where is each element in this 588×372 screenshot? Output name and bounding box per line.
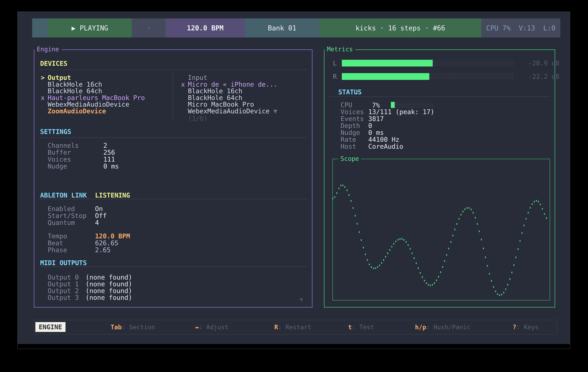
input-device-list-header[interactable]: Input [181,74,207,81]
status-row: Rate44100 Hz [341,136,399,143]
setting-row[interactable]: Nudge0 ms [48,163,119,170]
link-setting-row[interactable]: Quantum4 [48,219,99,226]
midi-output-row[interactable]: Output 2(none found) [48,287,132,294]
link-setting-row[interactable]: Start/StopOff [48,212,107,219]
hint-keys[interactable]: ?Keys [513,320,539,334]
output-device-item-highlighted[interactable]: ZoomAudioDevice [41,108,106,115]
meter-track [342,60,514,67]
section-divider [39,266,308,267]
hint-test[interactable]: tTest [348,320,374,334]
device-columns-divider [173,73,173,122]
input-device-item-active[interactable]: xMicro de « iPhone de... [181,81,277,88]
cpu-stats-label: CPU 7% V:13 L:0 [486,24,556,32]
panel-scroll-down-icon[interactable]: ▼ [300,296,303,303]
bank-label: Bank 01 [268,24,296,32]
ableton-link-section-header: ABLETON LINK [40,191,87,199]
hint-restart[interactable]: RRestart [274,320,311,334]
playing-label: ▶ PLAYING [72,24,108,32]
pattern-label: kicks · 16 steps · #66 [356,24,445,32]
section-divider [39,138,308,138]
link-beat-row: Beat626.65 [48,240,118,247]
cpu-meter-fill [391,102,395,108]
input-column-title: Input [188,74,207,81]
cpu-label: CPU [341,101,352,109]
meter-db-value: -20.9 dB [515,60,559,67]
level-meter-left: L -20.9 dB [333,60,514,67]
cpu-meter-track [391,102,434,108]
scope-display: Scope [332,159,550,301]
midi-output-row[interactable]: Output 3(none found) [48,294,132,301]
topbar-gap-segment [132,19,166,38]
output-device-list-header[interactable]: >Output [41,74,71,81]
input-device-item[interactable]: WebexMediaAudioDevice ▼ [181,108,277,115]
transport-playing-segment[interactable]: ▶ PLAYING [48,19,132,38]
hint-section[interactable]: TabSection [111,320,155,334]
setting-row[interactable]: Buffer256 [48,149,115,156]
input-device-item[interactable]: Micro MacBook Pro [181,101,254,108]
status-row: Voices13/111 (peak: 17) [341,109,434,115]
active-device-marker: x [41,94,48,101]
output-column-title: Output [48,74,71,81]
output-device-item[interactable]: WebexMediaAudioDevice [41,101,129,108]
hint-hush-panic[interactable]: h/pHush/Panic [415,320,471,334]
level-meter-right: R -22.2 dB [333,73,514,80]
input-device-item[interactable]: BlackHole 64ch [181,94,242,101]
app-window: ▶ PLAYING 120.0 BPM Bank 01 kicks · 16 s… [17,11,570,349]
terminal-background: ▶ PLAYING 120.0 BPM Bank 01 kicks · 16 s… [18,12,570,344]
status-row: Events3817 [341,115,384,122]
output-device-item[interactable]: BlackHole 16ch [41,81,102,88]
input-device-item[interactable]: BlackHole 16ch [181,88,242,95]
output-device-item[interactable]: BlackHole 64ch [41,88,102,95]
link-setting-row[interactable]: EnabledOn [48,205,103,212]
pattern-segment[interactable]: kicks · 16 steps · #66 [319,19,481,38]
meter-fill [342,60,433,67]
devices-section-header: DEVICES [40,60,67,67]
meter-fill [342,73,429,80]
setting-row[interactable]: Voices111 [48,156,115,163]
midi-output-row[interactable]: Output 0(none found) [48,274,132,281]
settings-section-header: SETTINGS [40,128,71,135]
midi-output-row[interactable]: Output 1(none found) [48,281,132,288]
cursor-marker: > [41,74,48,81]
setting-row[interactable]: Channels2 [48,142,107,149]
bank-segment[interactable]: Bank 01 [245,19,319,38]
link-tempo-row[interactable]: Tempo120.0 BPM [48,233,130,240]
output-device-item-active[interactable]: xHaut-parleurs MacBook Pro [41,94,145,101]
midi-outputs-section-header: MIDI OUTPUTS [40,259,87,267]
scope-waveform [333,159,550,300]
topbar-spacer-segment [32,19,48,38]
meter-channel-label: L [333,60,342,67]
link-phase-row: Phase2.65 [48,247,111,254]
cpu-stats-segment: CPU 7% V:13 L:0 [481,19,560,38]
status-section-header: STATUS [338,88,362,96]
metrics-panel: Metrics L -20.9 dB R -22.2 dB STATUS CPU… [324,50,555,308]
status-row: Depth0 [341,122,372,129]
section-divider [39,199,308,199]
meter-db-value: -22.2 dB [515,73,559,80]
section-divider [39,70,308,70]
bpm-label: 120.0 BPM [187,24,223,32]
hint-adjust[interactable]: ↔Adjust [195,320,229,334]
engine-panel-title: Engine [34,46,62,53]
meter-track [342,73,514,80]
bpm-segment[interactable]: 120.0 BPM [166,19,245,38]
input-device-page-count: (1/6) [188,115,207,122]
record-indicator-dot [148,27,150,29]
status-row: Nudge0 ms [341,129,384,136]
active-section-badge: ENGINE [35,322,65,332]
metrics-panel-title: Metrics [325,46,355,53]
link-status-badge: LISTENING [95,191,130,199]
section-divider [329,96,550,97]
bottom-hint-bar: ENGINE TabSection ↔Adjust RRestart tTest… [34,320,557,334]
engine-panel: Engine DEVICES >Output BlackHole 16ch Bl… [34,50,313,308]
cpu-percent-value: 7% [363,101,380,109]
status-row: HostCoreAudio [341,143,403,150]
list-scroll-down-icon[interactable]: ▼ [273,107,277,115]
meter-channel-label: R [333,73,342,80]
top-status-bar: ▶ PLAYING 120.0 BPM Bank 01 kicks · 16 s… [32,19,560,38]
active-device-marker: x [181,81,188,88]
